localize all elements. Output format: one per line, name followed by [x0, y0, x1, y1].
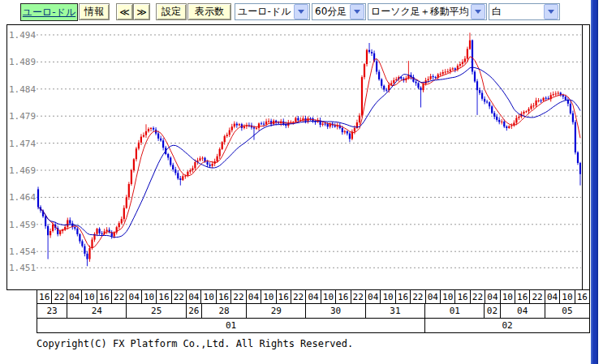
x-hour-cell: 04 [127, 290, 141, 303]
x-hour-cell: 16 [37, 290, 52, 303]
chart-canvas [37, 25, 581, 289]
y-tick-label: 1.479 [9, 111, 36, 122]
chevron-down-icon[interactable] [471, 4, 485, 19]
color-scheme-select-value: 白 [489, 5, 543, 19]
x-day-cell: 30 [306, 304, 365, 318]
chart-type-select[interactable]: ローソク足＋移動平均 [368, 3, 487, 20]
copyright-text: Copyright(C) FX Platform Co.,Ltd. All Ri… [37, 338, 353, 349]
chevron-down-icon[interactable] [544, 4, 558, 19]
x-hour-cell: 22 [530, 290, 545, 303]
x-hour-cell: 16 [217, 290, 231, 303]
x-hour-cell: 22 [52, 290, 67, 303]
x-hour-cell: 22 [471, 290, 485, 303]
x-day-cell: 02 [485, 304, 500, 318]
x-day-cell: 25 [127, 304, 186, 318]
info-button[interactable]: 情報 [79, 3, 110, 20]
x-hour-cell: 10 [142, 290, 157, 303]
x-month-cell: 02 [425, 319, 590, 332]
scroll-left-button[interactable]: ≪ [116, 3, 133, 20]
x-hour-cell: 16 [575, 290, 590, 303]
color-scheme-select[interactable]: 白 [489, 3, 560, 20]
x-hour-cell: 10 [82, 290, 97, 303]
x-hour-cell: 10 [201, 290, 216, 303]
x-hour-cell: 22 [411, 290, 425, 303]
x-hour-cell: 10 [261, 290, 276, 303]
x-hour-cell: 16 [455, 290, 470, 303]
candlestick-chart[interactable] [37, 24, 583, 290]
x-day-cell: 29 [247, 304, 306, 318]
x-hour-cell: 04 [187, 290, 201, 303]
y-tick-label: 1.494 [9, 30, 36, 41]
pair-select-value: ユーロ-ドル [235, 5, 293, 19]
y-tick-label: 1.489 [9, 57, 36, 67]
x-hour-cell: 04 [306, 290, 321, 303]
pair-select[interactable]: ユーロ-ドル [235, 3, 310, 20]
scroll-right-button[interactable]: ≫ [133, 3, 150, 20]
x-hour-cell: 22 [231, 290, 246, 303]
y-tick-label: 1.459 [9, 220, 36, 230]
x-hour-cell: 22 [291, 290, 306, 303]
fx-chart-panel: ユーロ-ドル 情報 ≪ ≫ 設定 表示数 ユーロ-ドル 60分足 ローソク足＋移… [0, 0, 603, 364]
x-hour-cell: 16 [277, 290, 291, 303]
plot-right-gap [583, 24, 590, 290]
x-hour-cell: 10 [441, 290, 455, 303]
x-day-cell: 28 [202, 304, 247, 318]
x-hour-cell: 04 [426, 290, 441, 303]
x-month-cell: 01 [37, 319, 425, 332]
chart-type-select-value: ローソク足＋移動平均 [368, 5, 470, 19]
x-day-cell: 24 [67, 304, 127, 318]
x-day-cell: 26 [187, 304, 202, 318]
x-hour-cell: 16 [157, 290, 171, 303]
x-hour-cell: 22 [112, 290, 127, 303]
ma-short-line [38, 57, 580, 248]
instrument-tab[interactable]: ユーロ-ドル [20, 3, 78, 21]
x-hour-cell: 10 [381, 290, 395, 303]
x-hour-cell: 16 [515, 290, 530, 303]
x-hour-cell: 16 [97, 290, 112, 303]
x-hour-cell: 22 [172, 290, 187, 303]
x-day-cell: 23 [37, 304, 67, 318]
chevron-down-icon[interactable] [350, 4, 364, 19]
x-hour-cell: 04 [366, 290, 381, 303]
x-day-cell: 05 [545, 304, 590, 318]
x-hour-cell: 22 [351, 290, 366, 303]
x-hour-cell: 16 [336, 290, 351, 303]
x-hour-cell: 10 [501, 290, 515, 303]
y-tick-label: 1.464 [9, 192, 36, 203]
x-axis: 1622041016220410162204101622041016220410… [37, 289, 590, 333]
x-hour-cell: 04 [545, 290, 560, 303]
x-hour-cell: 10 [560, 290, 575, 303]
timeframe-select[interactable]: 60分足 [312, 3, 366, 20]
x-hour-cell: 10 [321, 290, 336, 303]
x-hour-cell: 04 [247, 290, 261, 303]
x-day-cell: 01 [425, 304, 485, 318]
x-day-cell: 31 [366, 304, 425, 318]
settings-button[interactable]: 設定 [156, 3, 187, 20]
chevron-down-icon[interactable] [294, 4, 308, 19]
x-hour-cell: 16 [396, 290, 411, 303]
y-tick-label: 1.474 [9, 139, 36, 149]
y-tick-label: 1.469 [9, 165, 36, 176]
timeframe-select-value: 60分足 [312, 5, 349, 19]
y-axis: 1.4941.4891.4841.4791.4741.4691.4641.459… [6, 24, 38, 290]
x-hour-cell: 04 [485, 290, 500, 303]
display-count-button[interactable]: 表示数 [187, 3, 231, 20]
window-border [591, 0, 598, 364]
y-tick-label: 1.484 [9, 84, 36, 95]
ma-long-line [38, 67, 580, 238]
x-hour-cell: 04 [67, 290, 82, 303]
y-tick-label: 1.454 [9, 246, 36, 257]
y-tick-label: 1.451 [9, 263, 36, 273]
x-day-cell: 04 [501, 304, 545, 318]
